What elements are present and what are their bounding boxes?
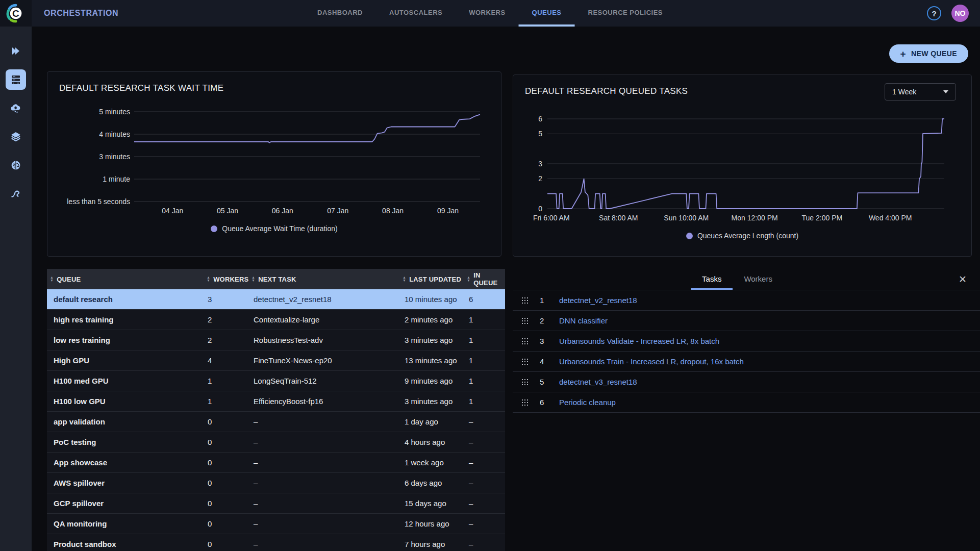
drag-handle-icon[interactable] (521, 379, 529, 386)
layers-icon[interactable] (6, 127, 26, 147)
pipelines-icon[interactable] (6, 184, 26, 204)
table-row[interactable]: high res training2Contextualize-large2 m… (47, 310, 505, 330)
task-link[interactable]: Periodic cleanup (559, 398, 616, 407)
svg-text:5 minutes: 5 minutes (99, 108, 130, 116)
drag-handle-icon[interactable] (521, 297, 529, 304)
cell-queue: AWS spillover (47, 479, 207, 487)
table-row[interactable]: AWS spillover0–6 days ago– (47, 473, 505, 493)
time-range-dropdown[interactable]: 1 Week (885, 83, 956, 101)
legend-dot-icon (211, 226, 217, 232)
cell-last-updated: 7 hours ago (397, 540, 467, 548)
table-row[interactable]: H100 med GPU1LongSeqTrain-5129 minutes a… (47, 371, 505, 391)
table-row[interactable]: PoC testing0–4 hours ago– (47, 432, 505, 453)
tab-workers[interactable]: WORKERS (456, 0, 518, 27)
cell-next-task: – (249, 519, 397, 528)
table-header: ▲▼QUEUE▲▼WORKERS▲▼NEXT TASK▲▼LAST UPDATE… (47, 269, 505, 289)
brain-icon[interactable] (6, 155, 26, 176)
table-row[interactable]: Product sandbox0–7 hours ago– (47, 534, 505, 551)
table-row[interactable]: High GPU4FineTuneX-News-ep2013 minutes a… (47, 350, 505, 371)
cell-next-task: Contextualize-large (249, 315, 397, 324)
list-item: 3Urbansounds Validate - Increased LR, 8x… (513, 331, 980, 352)
cell-queue: H100 med GPU (47, 377, 207, 385)
help-icon[interactable]: ? (927, 6, 941, 20)
tab-dashboard[interactable]: DASHBOARD (304, 0, 376, 27)
cell-workers: 0 (207, 417, 249, 426)
cell-workers: 0 (207, 479, 249, 487)
table-row[interactable]: App showcase0–1 week ago– (47, 453, 505, 473)
svg-text:09 Jan: 09 Jan (437, 207, 459, 215)
cell-last-updated: 3 minutes ago (397, 397, 467, 406)
cell-last-updated: 3 minutes ago (397, 336, 467, 344)
cell-workers: 1 (207, 377, 249, 385)
task-index: 3 (540, 337, 553, 345)
cell-workers: 0 (207, 458, 249, 467)
cell-queue: Product sandbox (47, 540, 207, 548)
task-index: 6 (540, 398, 553, 407)
task-link[interactable]: detectnet_v3_resnet18 (559, 378, 637, 386)
cell-last-updated: 4 hours ago (397, 438, 467, 446)
list-item: 1detectnet_v2_resnet18 (513, 290, 980, 311)
table-row[interactable]: low res training2RobustnessTest-adv3 min… (47, 330, 505, 350)
cell-next-task: LongSeqTrain-512 (249, 377, 397, 385)
drag-handle-icon[interactable] (521, 358, 529, 365)
task-link[interactable]: detectnet_v2_resnet18 (559, 296, 637, 305)
drag-handle-icon[interactable] (521, 317, 529, 324)
task-link[interactable]: Urbansounds Train - Increased LR, dropou… (559, 357, 744, 366)
task-index: 4 (540, 357, 553, 366)
chevron-down-icon (943, 90, 948, 93)
table-row[interactable]: H100 low GPU1EfficiencyBoost-fp163 minut… (47, 391, 505, 412)
orchestration-icon[interactable] (6, 69, 26, 90)
new-queue-label: NEW QUEUE (911, 49, 957, 58)
drag-handle-icon[interactable] (521, 399, 529, 406)
task-list: 1detectnet_v2_resnet182DNN classifier3Ur… (513, 290, 980, 413)
sort-icon: ▲▼ (252, 276, 255, 282)
svg-text:Sun 10:00 AM: Sun 10:00 AM (664, 214, 709, 222)
page-title: ORCHESTRATION (44, 9, 118, 18)
task-link[interactable]: DNN classifier (559, 316, 608, 325)
table-row[interactable]: QA monitoring0–12 hours ago– (47, 514, 505, 534)
tab-autoscalers[interactable]: AUTOSCALERS (376, 0, 456, 27)
list-item: 2DNN classifier (513, 311, 980, 331)
panel-tab-tasks[interactable]: Tasks (691, 269, 733, 290)
column-header-next-task[interactable]: ▲▼NEXT TASK (249, 276, 397, 283)
task-index: 2 (540, 316, 553, 325)
cloud-autoscaler-icon[interactable] (6, 98, 26, 118)
table-row[interactable]: app validation0–1 day ago– (47, 412, 505, 432)
app-logo[interactable]: C (0, 0, 32, 27)
column-header-workers[interactable]: ▲▼WORKERS (207, 276, 249, 283)
svg-text:08 Jan: 08 Jan (382, 207, 404, 215)
cell-last-updated: 6 days ago (397, 479, 467, 487)
wait-time-chart-card: 5 minutes4 minutes3 minutes1 minuteless … (47, 71, 501, 257)
list-item: 6Periodic cleanup (513, 392, 980, 413)
table-row[interactable]: default research3detectnet_v2_resnet1810… (47, 289, 505, 310)
svg-text:06 Jan: 06 Jan (272, 207, 293, 215)
drag-handle-icon[interactable] (521, 338, 529, 345)
column-header-in-queue[interactable]: ▲▼IN QUEUE (467, 271, 505, 287)
panel-tab-workers[interactable]: Workers (733, 269, 784, 290)
expand-icon[interactable] (6, 41, 26, 61)
task-link[interactable]: Urbansounds Validate - Increased LR, 8x … (559, 337, 719, 345)
column-label: WORKERS (213, 276, 248, 283)
table-row[interactable]: GCP spillover0–15 days ago– (47, 493, 505, 514)
cell-in-queue: 1 (467, 336, 505, 344)
tab-queues[interactable]: QUEUES (519, 0, 575, 27)
close-icon[interactable]: ✕ (956, 272, 969, 286)
cell-in-queue: – (467, 417, 505, 426)
column-header-last-updated[interactable]: ▲▼LAST UPDATED (397, 276, 467, 283)
svg-text:less than 5 seconds: less than 5 seconds (67, 197, 130, 206)
cell-in-queue: 1 (467, 356, 505, 365)
cell-in-queue: – (467, 540, 505, 548)
cell-last-updated: 15 days ago (397, 499, 467, 508)
svg-text:Mon 12:00 PM: Mon 12:00 PM (732, 214, 778, 222)
svg-text:2: 2 (538, 174, 542, 183)
column-header-queue[interactable]: ▲▼QUEUE (47, 276, 207, 283)
tab-resource-policies[interactable]: RESOURCE POLICIES (575, 0, 676, 27)
cell-queue: default research (47, 295, 207, 304)
queued-tasks-chart-card: 65320Fri 6:00 AMSat 8:00 AMSun 10:00 AMM… (513, 74, 972, 257)
queues-table: ▲▼QUEUE▲▼WORKERS▲▼NEXT TASK▲▼LAST UPDATE… (47, 269, 505, 551)
avatar[interactable]: NO (951, 5, 969, 22)
svg-text:3: 3 (538, 160, 542, 168)
cell-workers: 0 (207, 519, 249, 528)
task-index: 5 (540, 378, 553, 386)
new-queue-button[interactable]: + NEW QUEUE (889, 44, 968, 63)
